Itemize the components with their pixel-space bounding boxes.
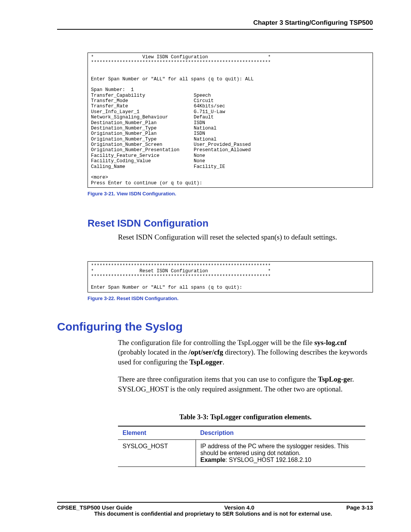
heading-configuring-syslog: Configuring the Syslog	[57, 320, 373, 333]
page: Chapter 3 Starting/Configuring TSP500 * …	[0, 0, 411, 532]
header-rule	[57, 29, 373, 30]
footer-version: Version 4.0	[224, 504, 254, 511]
table-row: SYSLOG_HOST IP address of the PC where t…	[118, 439, 365, 466]
table-header-row: Element Description	[118, 426, 365, 440]
th-element: Element	[118, 426, 196, 440]
example-label: Example	[201, 457, 226, 463]
text: The configuration file for controlling t…	[118, 339, 314, 347]
th-description: Description	[196, 426, 365, 440]
text: .	[223, 358, 225, 366]
chapter-header: Chapter 3 Starting/Configuring TSP500	[57, 19, 373, 27]
spacer	[57, 250, 373, 261]
code-view-isdn: * View ISDN Configuration * ************…	[88, 53, 373, 188]
syslog-paragraph-1: The configuration file for controlling t…	[118, 338, 373, 367]
desc-text: IP address of the PC where the syslogger…	[201, 443, 349, 456]
syslog-paragraph-2: There are three configuration items that…	[118, 374, 373, 394]
footer-page-number: Page 3-13	[346, 504, 373, 511]
code-reset-isdn: ****************************************…	[88, 261, 373, 292]
footer-guide-title: CPSEE_TSP500 User Guide	[57, 504, 132, 511]
bold-path: /opt/ser/cfg	[189, 348, 223, 356]
text: (probably located in the	[118, 348, 189, 356]
bold-syslog-cnf: sys-log.cnf	[314, 339, 347, 347]
figure-caption-3-22: Figure 3-22. Reset ISDN Configuration.	[88, 296, 373, 301]
figure-caption-3-21: Figure 3-21. View ISDN Configuration.	[88, 191, 373, 197]
bold-tsplogger: TspLogger	[190, 358, 223, 366]
footer-rule	[57, 502, 373, 503]
heading-reset-isdn: Reset ISDN Configuration	[88, 217, 373, 229]
text: There are three configuration items that…	[118, 375, 318, 383]
bold-tsplogger-2: TspLog-ge	[318, 375, 350, 383]
td-element: SYSLOG_HOST	[118, 439, 196, 466]
footer-confidential: This document is confidential and propri…	[0, 511, 411, 517]
td-description: IP address of the PC where the syslogger…	[196, 439, 365, 466]
footer: CPSEE_TSP500 User Guide Version 4.0 Page…	[0, 502, 411, 517]
footer-info-row: CPSEE_TSP500 User Guide Version 4.0 Page…	[0, 504, 411, 511]
tsplogger-table: Element Description SYSLOG_HOST IP addre…	[118, 426, 365, 467]
reset-isdn-body: Reset ISDN Configuration will reset the …	[118, 232, 373, 242]
table-caption-3-3: Table 3-3: TspLogger configuration eleme…	[118, 413, 373, 421]
example-value: : SYSLOG_HOST 192.168.2.10	[225, 457, 311, 463]
